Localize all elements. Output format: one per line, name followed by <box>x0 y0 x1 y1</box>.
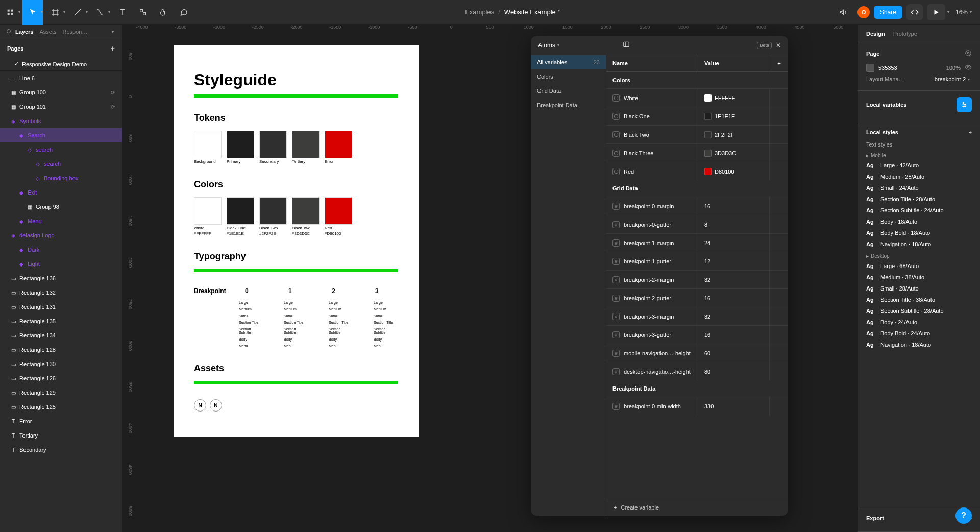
text-style-row[interactable]: AgSection Subtitle · 24/Auto <box>866 205 972 215</box>
variables-collection-name[interactable]: Atoms <box>538 42 555 49</box>
page-bg-opacity[interactable]: 100% <box>946 65 961 71</box>
layer-row[interactable]: —Line 6 <box>0 71 122 85</box>
breadcrumb-file[interactable]: Website Example <box>504 8 556 16</box>
chevron-down-icon[interactable]: ▾ <box>947 10 949 14</box>
layer-row[interactable]: ◆Search <box>0 128 122 142</box>
layer-row[interactable]: ▭Rectangle 131 <box>0 300 122 314</box>
text-style-row[interactable]: AgMedium · 38/Auto <box>866 272 972 282</box>
text-style-row[interactable]: AgBody · 18/Auto <box>866 216 972 227</box>
layer-row[interactable]: TError <box>0 414 122 428</box>
variable-row[interactable]: Black One1E1E1E <box>606 107 788 125</box>
style-group-header[interactable]: ▸Mobile <box>866 150 972 159</box>
variables-sidebar-item[interactable]: Colors <box>531 69 606 84</box>
left-panel-tab[interactable]: Assets <box>39 29 56 35</box>
variable-row[interactable]: #mobile-navigation…-height60 <box>606 344 788 362</box>
layer-row[interactable]: ▭Rectangle 132 <box>0 285 122 300</box>
pen-tool[interactable] <box>67 0 88 25</box>
user-avatar[interactable]: O <box>857 6 870 18</box>
layer-row[interactable]: ▭Rectangle 134 <box>0 328 122 343</box>
chevron-down-icon[interactable]: ▾ <box>970 10 972 14</box>
layer-row[interactable]: ◇Bounding box <box>0 171 122 185</box>
text-style-row[interactable]: AgBody Bold · 18/Auto <box>866 228 972 238</box>
close-icon[interactable]: ✕ <box>776 42 781 49</box>
variables-sidebar-item[interactable]: Breakpoint Data <box>531 98 606 112</box>
layer-row[interactable]: ▭Rectangle 126 <box>0 371 122 385</box>
present-button[interactable] <box>927 4 945 20</box>
layer-row[interactable]: ◇search <box>0 157 122 171</box>
layer-row[interactable]: ◆Dark <box>0 243 122 257</box>
comment-tool[interactable] <box>174 0 194 25</box>
layer-row[interactable]: TTertiary <box>0 428 122 443</box>
variables-sidebar-item[interactable]: Grid Data <box>531 84 606 98</box>
variable-row[interactable]: #breakpoint-2-gutter16 <box>606 288 788 307</box>
chevron-down-icon[interactable]: ▾ <box>108 10 110 14</box>
audio-button[interactable] <box>833 0 853 25</box>
layer-row[interactable]: ▭Rectangle 130 <box>0 357 122 371</box>
text-style-row[interactable]: AgSection Subtitle · 28/Auto <box>866 306 972 316</box>
chevron-down-icon[interactable]: ▾ <box>112 30 114 34</box>
layout-manager-value[interactable]: breakpoint-2 <box>935 76 966 82</box>
right-panel-tab[interactable]: Design <box>866 31 885 37</box>
layer-row[interactable]: ▭Rectangle 136 <box>0 271 122 285</box>
layer-row[interactable]: ◇search <box>0 142 122 157</box>
dev-mode-button[interactable] <box>906 4 923 20</box>
left-panel-tab[interactable]: Layers <box>15 29 33 35</box>
chevron-down-icon[interactable]: ▾ <box>63 10 65 14</box>
visibility-icon[interactable] <box>965 64 972 72</box>
canvas[interactable]: -4000-3500-3000-2500-2000-1500-1000-5000… <box>122 25 857 532</box>
variable-row[interactable]: #breakpoint-3-margin32 <box>606 307 788 325</box>
text-style-row[interactable]: AgNavigation · 18/Auto <box>866 340 972 350</box>
search-icon[interactable] <box>6 29 12 35</box>
variable-row[interactable]: #breakpoint-1-margin24 <box>606 233 788 252</box>
shape-tool[interactable] <box>90 0 110 25</box>
text-tool[interactable] <box>112 0 133 25</box>
variable-row[interactable]: #breakpoint-1-gutter12 <box>606 252 788 270</box>
settings-icon[interactable] <box>965 50 972 58</box>
variable-row[interactable]: #breakpoint-3-gutter16 <box>606 325 788 344</box>
layer-row[interactable]: ▦Group 101⟳ <box>0 100 122 114</box>
variable-row[interactable]: #breakpoint-0-margin16 <box>606 197 788 215</box>
text-style-row[interactable]: AgNavigation · 18/Auto <box>866 239 972 249</box>
layer-row[interactable]: ◈Symbols <box>0 114 122 128</box>
add-page-button[interactable]: + <box>111 44 115 53</box>
text-style-row[interactable]: AgSmall · 28/Auto <box>866 283 972 294</box>
layer-row[interactable]: ◆Light <box>0 257 122 271</box>
text-style-row[interactable]: AgBody · 24/Auto <box>866 317 972 327</box>
chevron-down-icon[interactable]: ▾ <box>558 8 560 16</box>
page-bg-hex[interactable]: 535353 <box>878 65 897 71</box>
variable-row[interactable]: Black Two2F2F2F <box>606 125 788 143</box>
variable-row[interactable]: Black Three3D3D3C <box>606 143 788 162</box>
page-row[interactable]: ✓ Responsive Design Demo <box>0 58 122 71</box>
zoom-level[interactable]: 16% <box>955 9 968 16</box>
layer-row[interactable]: ▭Rectangle 125 <box>0 400 122 414</box>
left-panel-tab[interactable]: Respon… <box>63 29 88 35</box>
layer-row[interactable]: ◈delasign Logo <box>0 228 122 243</box>
add-style-button[interactable]: + <box>969 129 972 135</box>
layer-row[interactable]: ▭Rectangle 129 <box>0 385 122 400</box>
variables-footer[interactable]: + Create variable <box>606 499 788 516</box>
text-style-row[interactable]: AgBody Bold · 24/Auto <box>866 328 972 338</box>
add-mode-button[interactable]: + <box>770 55 788 71</box>
text-style-row[interactable]: AgLarge · 68/Auto <box>866 261 972 271</box>
style-group-header[interactable]: ▸Desktop <box>866 250 972 260</box>
variable-row[interactable]: #desktop-navigatio…-height80 <box>606 362 788 380</box>
open-variables-button[interactable] <box>957 97 972 112</box>
main-menu-button[interactable] <box>0 0 20 25</box>
right-panel-tab[interactable]: Prototype <box>893 31 917 37</box>
share-button[interactable]: Share <box>874 6 902 19</box>
chevron-down-icon[interactable]: ▾ <box>18 10 20 14</box>
layer-row[interactable]: ▭Rectangle 135 <box>0 314 122 328</box>
frame-tool[interactable] <box>45 0 65 25</box>
variable-row[interactable]: WhiteFFFFFF <box>606 88 788 107</box>
text-style-row[interactable]: AgSection Title · 38/Auto <box>866 295 972 305</box>
layer-row[interactable]: ◆Menu <box>0 214 122 228</box>
chevron-down-icon[interactable]: ▾ <box>557 43 559 47</box>
sidebar-toggle-icon[interactable] <box>623 41 630 50</box>
resources-tool[interactable] <box>133 0 153 25</box>
chevron-down-icon[interactable]: ▾ <box>41 10 43 14</box>
text-style-row[interactable]: AgSmall · 24/Auto <box>866 183 972 193</box>
layer-row[interactable]: ◆Exit <box>0 185 122 200</box>
variable-row[interactable]: #breakpoint-0-min-width330 <box>606 397 788 415</box>
layer-row[interactable]: TSecondary <box>0 443 122 457</box>
page-bg-swatch[interactable] <box>866 64 874 72</box>
